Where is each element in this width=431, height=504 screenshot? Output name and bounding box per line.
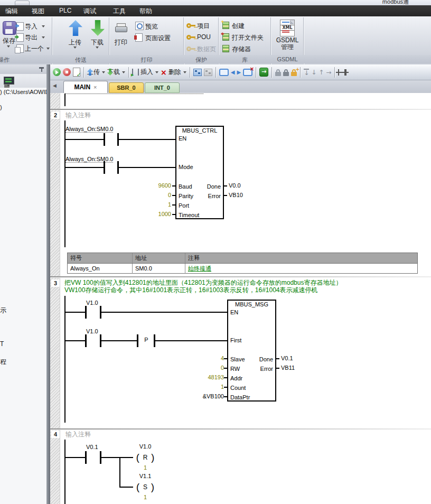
mbus-ctrl-block[interactable]: MBUS_CTRL EN Mode Baud Parity Port Timeo… — [175, 126, 224, 219]
memory-button[interactable]: 存储器 — [232, 45, 251, 54]
output-value-error[interactable]: VB10 — [229, 192, 243, 198]
network-view-icon[interactable] — [193, 69, 202, 76]
contact-symbol[interactable] — [85, 334, 87, 347]
symbol-cell[interactable]: Always_On — [68, 264, 133, 274]
quick-access-icon[interactable] — [15, 1, 30, 5]
page-setup-button[interactable]: 页面设置 — [145, 34, 171, 43]
bookmark-previous-icon[interactable] — [231, 70, 235, 75]
tab-sbr0[interactable]: SBR_0 — [109, 82, 144, 93]
tab-main[interactable]: MAIN× — [63, 81, 108, 93]
import-button[interactable]: 导入 — [25, 22, 38, 31]
tree-item-fragment[interactable]: 示 — [0, 306, 6, 315]
download-button[interactable]: 下载 — [85, 38, 110, 47]
param-value-addr[interactable]: 48193 — [181, 374, 224, 380]
save-dropdown-icon[interactable] — [7, 45, 10, 48]
param-value-port[interactable]: 1 — [138, 201, 171, 208]
previous-dropdown-icon[interactable] — [46, 48, 50, 50]
coil-operand[interactable]: V1.0 — [133, 443, 157, 450]
tree-item-fragment[interactable]: 程 — [0, 358, 6, 367]
project-path-item[interactable]: ) (C:\Users\AOWID — [0, 89, 46, 95]
insert-caret[interactable] — [155, 71, 158, 73]
param-value-dataptr[interactable]: &VB100 — [181, 393, 224, 399]
param-value-count[interactable]: 1 — [181, 384, 224, 390]
menu-edit[interactable]: 编辑 — [5, 7, 18, 16]
network-view-alt-icon[interactable] — [204, 69, 212, 76]
line-up-icon[interactable] — [318, 69, 324, 76]
preview-button[interactable]: 预览 — [145, 22, 158, 31]
output-value-error[interactable]: VB11 — [281, 365, 295, 371]
tree-item-fragment[interactable]: ) — [0, 104, 2, 110]
export-dropdown-icon[interactable] — [42, 36, 45, 39]
coil-count[interactable]: 1 — [133, 494, 157, 500]
network3-comment-line2[interactable]: VW100存储运行命令，其中16#1001表示正转，16#1003表示反转，16… — [64, 286, 318, 295]
tab-scroll-left-icon[interactable] — [53, 83, 57, 88]
network2-comment[interactable]: 输入注释 — [65, 111, 91, 120]
param-value-rw[interactable]: 0 — [181, 365, 224, 371]
menu-debug[interactable]: 调试 — [83, 7, 96, 16]
protect-pou-button[interactable]: POU — [197, 33, 211, 41]
reset-coil[interactable]: R — [133, 452, 157, 463]
contact-symbol[interactable] — [104, 133, 105, 146]
stop-icon[interactable] — [63, 68, 71, 76]
menu-help[interactable]: 帮助 — [139, 7, 152, 16]
param-value-slave[interactable]: 4 — [181, 355, 224, 361]
unlock-icon[interactable] — [283, 72, 289, 76]
gsdml-manage-button-line2[interactable]: 管理 — [271, 43, 303, 52]
address-cell[interactable]: SM0.0 — [133, 264, 185, 274]
bookmark-toggle-icon[interactable] — [219, 69, 229, 76]
lock-icon[interactable] — [275, 72, 281, 76]
contact-operand[interactable]: Always_On:SM0.0 — [65, 156, 113, 163]
line-right-icon[interactable] — [326, 69, 331, 76]
network4-number[interactable]: 4 — [51, 431, 60, 438]
contact-operand[interactable]: V1.0 — [86, 328, 98, 334]
lock-add-icon[interactable] — [291, 72, 297, 76]
param-value-timeout[interactable]: 1000 — [138, 211, 171, 217]
import-dropdown-icon[interactable] — [42, 25, 45, 27]
contact-symbol[interactable] — [104, 161, 105, 174]
contact-operand[interactable]: V1.0 — [86, 300, 98, 306]
download-dropdown-icon[interactable] — [96, 46, 99, 49]
edge-contact-symbol[interactable] — [137, 334, 138, 347]
download-toolbar-button[interactable]: 下载 — [107, 68, 125, 77]
ladder-editor-canvas[interactable] — [50, 93, 431, 504]
pin-icon[interactable] — [39, 67, 44, 72]
network4-comment[interactable]: 输入注释 — [65, 430, 91, 439]
branch-down-icon[interactable] — [304, 69, 309, 76]
menu-view[interactable]: 视图 — [32, 7, 44, 16]
upload-toolbar-caret[interactable] — [102, 71, 105, 73]
contact-operand[interactable]: V0.1 — [86, 444, 98, 450]
upload-dropdown-icon[interactable] — [73, 46, 77, 49]
bookmark-next-icon[interactable] — [237, 70, 241, 75]
coil-operand[interactable]: V1.1 — [133, 473, 157, 479]
delete-caret[interactable] — [183, 71, 186, 73]
upload-toolbar-button[interactable]: 上传 — [87, 68, 105, 77]
coil-count[interactable]: 1 — [133, 464, 157, 471]
output-value-done[interactable]: V0.0 — [229, 182, 241, 189]
contact-symbol[interactable] — [85, 306, 87, 319]
download-toolbar-caret[interactable] — [122, 71, 125, 73]
open-folder-button[interactable]: 打开文件夹 — [232, 33, 264, 42]
tab-int0[interactable]: INT_0 — [145, 82, 180, 93]
line-down-icon[interactable] — [311, 69, 316, 76]
network3-number[interactable]: 3 — [51, 279, 60, 287]
upload-button[interactable]: 上传 — [62, 38, 88, 47]
menu-tools[interactable]: 工具 — [113, 7, 126, 16]
compile-icon[interactable] — [73, 68, 80, 77]
close-icon[interactable]: × — [93, 84, 97, 90]
print-button[interactable]: 打印 — [110, 38, 132, 47]
sidebar-splitter[interactable] — [46, 64, 50, 504]
tree-item-fragment[interactable]: T — [0, 340, 4, 348]
export-button[interactable]: 导出 — [25, 33, 38, 42]
protect-project-button[interactable]: 项目 — [197, 22, 210, 31]
menu-plc[interactable]: PLC — [59, 7, 71, 14]
bookmark-clear-icon[interactable] — [243, 69, 252, 76]
previous-button[interactable]: 上一个 — [25, 44, 44, 53]
contact-symbol[interactable] — [85, 451, 87, 464]
mbus-msg-block[interactable]: MBUS_MSG EN First Slave RW Addr Count Da… — [227, 300, 276, 402]
param-value-baud[interactable]: 9600 — [138, 182, 171, 189]
create-library-button[interactable]: 创建 — [232, 22, 245, 31]
network2-number[interactable]: 2 — [51, 111, 60, 119]
output-value-done[interactable]: V0.1 — [281, 355, 293, 361]
symbol-table-row[interactable]: Always_On SM0.0 始终接通 — [68, 264, 417, 274]
goto-icon[interactable] — [259, 68, 268, 77]
